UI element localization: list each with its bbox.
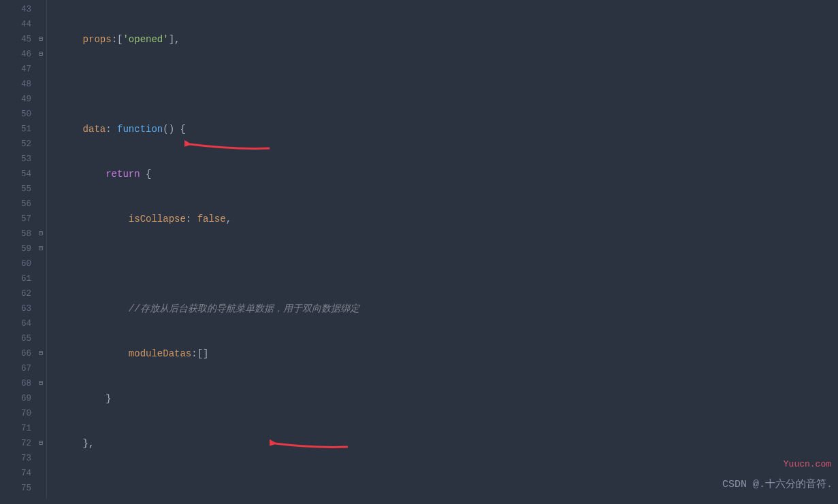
code-line: props:['opened'],: [52, 32, 838, 47]
watermark-text: Yuucn.com: [784, 459, 831, 469]
code-line: moduleDatas:[]: [52, 346, 838, 361]
code-line: [52, 256, 838, 271]
code-line: //存放从后台获取的导航菜单数据，用于双向数据绑定: [52, 301, 838, 316]
code-line: },: [52, 436, 838, 451]
indent-guide: [46, 0, 52, 499]
watermark-text: CSDN @.十六分的音符.: [722, 477, 833, 490]
code-content[interactable]: props:['opened'], data: function() { ret…: [52, 0, 838, 499]
code-line: [52, 77, 838, 92]
code-line: return {: [52, 167, 838, 182]
code-line: }: [52, 391, 838, 406]
code-line: [52, 481, 838, 496]
code-editor[interactable]: 4344454647484950515253545556575859606162…: [0, 0, 838, 499]
code-line: data: function() {: [52, 122, 838, 137]
code-line: isCollapse: false,: [52, 212, 838, 226]
line-number-gutter: 4344454647484950515253545556575859606162…: [0, 0, 35, 499]
fold-gutter[interactable]: ⊟⊟⊟⊟⊟⊟⊟: [35, 0, 46, 499]
